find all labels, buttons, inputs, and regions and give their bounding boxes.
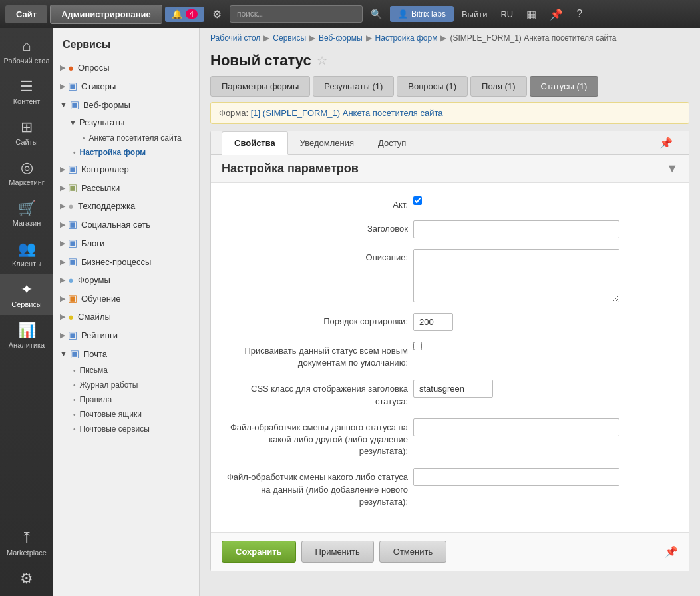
breadcrumb-desktop[interactable]: Рабочий стол <box>210 33 260 43</box>
tab-results[interactable]: Результаты (1) <box>313 76 394 97</box>
sidebar-item-mail[interactable]: ▼ ▣ Почта <box>53 344 199 363</box>
favorite-star-icon[interactable]: ☆ <box>317 53 327 68</box>
sidebar-item-form-settings[interactable]: • Настройка форм <box>53 145 199 160</box>
analytics-icon: 📊 <box>18 322 36 339</box>
sidebar-item-worklog[interactable]: • Журнал работы <box>53 378 199 392</box>
title-input[interactable] <box>413 220 619 238</box>
sidebar-item-webforms[interactable]: ▼ ▣ Веб-формы <box>53 95 199 114</box>
arrow-icon5: ▶ <box>60 202 65 210</box>
sidebar-item-polls[interactable]: ▶ ● Опросы <box>53 59 199 77</box>
sidebar-item-services[interactable]: ✦ Сервисы <box>0 274 53 315</box>
sidebar-item-mailing[interactable]: ▶ ▣ Рассылки <box>53 178 199 197</box>
pin-icon-top[interactable]: 📌 <box>544 5 568 23</box>
css-class-input[interactable] <box>413 380 493 398</box>
logout-button[interactable]: Выйти <box>456 7 493 22</box>
sort-input[interactable] <box>413 313 453 331</box>
breadcrumb-services[interactable]: Сервисы <box>273 33 306 43</box>
mail-label: Почта <box>83 349 107 359</box>
sidebar-item-mail-services[interactable]: • Почтовые сервисы <box>53 422 199 436</box>
bell-icon: 🔔 <box>172 9 182 19</box>
grid-icon[interactable]: ▦ <box>521 5 542 23</box>
notifications-badge[interactable]: 🔔 4 <box>165 7 204 22</box>
sidebar-item-analytics[interactable]: 📊 Аналитика <box>0 315 53 356</box>
sidebar-label-marketplace: Marketplace <box>7 549 47 557</box>
help-icon[interactable]: ? <box>571 5 588 23</box>
tab-fields[interactable]: Поля (1) <box>470 76 526 97</box>
sidebar-item-ratings[interactable]: ▶ ▣ Рейтинги <box>53 326 199 344</box>
act-checkbox[interactable] <box>413 196 422 205</box>
sidebar-item-learning[interactable]: ▶ ▣ Обучение <box>53 289 199 308</box>
description-textarea[interactable] <box>413 249 619 302</box>
sidebar-item-controller[interactable]: ▶ ▣ Контроллер <box>53 160 199 178</box>
results-label: Результаты <box>79 117 124 127</box>
form-row-act: Акт. <box>222 196 678 210</box>
sidebar-item-survey[interactable]: • Анкета посетителя сайта <box>53 131 199 145</box>
dot-icon5: • <box>73 396 76 404</box>
sidebar-item-clients[interactable]: 👥 Клиенты <box>0 234 53 274</box>
sidebar-item-smileys[interactable]: ▶ ● Смайлы <box>53 308 199 326</box>
forums-label: Форумы <box>78 275 110 285</box>
assign-checkbox[interactable] <box>413 342 422 350</box>
admin-button[interactable]: Администрирование <box>50 5 162 24</box>
site-button[interactable]: Сайт <box>5 5 47 23</box>
handler1-input[interactable] <box>413 418 619 436</box>
sidebar-item-marketing[interactable]: ◎ Маркетинг <box>0 152 53 193</box>
sidebar-item-bizproc[interactable]: ▶ ▣ Бизнес-процессы <box>53 252 199 271</box>
sidebar-item-stickers[interactable]: ▶ ▣ Стикеры <box>53 77 199 95</box>
sidebar-item-marketplace[interactable]: ⤒ Marketplace <box>0 523 53 563</box>
arrow-icon12: ▶ <box>60 331 65 340</box>
arrow-icon11: ▶ <box>60 312 65 321</box>
sidebar-item-social[interactable]: ▶ ▣ Социальная сеть <box>53 215 199 234</box>
support-label: Техподдержка <box>78 201 135 211</box>
collapse-icon[interactable]: ▼ <box>666 162 678 176</box>
sidebar-item-letters[interactable]: • Письма <box>53 363 199 378</box>
cancel-button[interactable]: Отменить <box>379 541 446 563</box>
marketing-icon: ◎ <box>21 159 33 176</box>
info-bar: Форма: [1] (SIMPLE_FORM_1) Анкета посети… <box>210 102 689 124</box>
mailing-icon: ▣ <box>68 182 77 194</box>
gear-icon: ⚙ <box>20 570 33 587</box>
sidebar-item-mailboxes[interactable]: • Почтовые ящики <box>53 407 199 422</box>
sidebar-item-forums[interactable]: ▶ ● Форумы <box>53 271 199 289</box>
sub-tab-properties[interactable]: Свойства <box>222 131 288 155</box>
pin-icon-sub[interactable]: 📌 <box>654 131 678 154</box>
rules-label: Правила <box>80 395 112 404</box>
sidebar-item-rules[interactable]: • Правила <box>53 392 199 407</box>
home-icon: ⌂ <box>22 37 31 55</box>
breadcrumb-form-settings[interactable]: Настройка форм <box>375 33 438 43</box>
sidebar-item-support[interactable]: ▶ ● Техподдержка <box>53 197 199 215</box>
lang-button[interactable]: RU <box>495 7 518 22</box>
apply-button[interactable]: Применить <box>301 541 374 563</box>
sidebar-item-shop[interactable]: 🛒 Магазин <box>0 193 53 234</box>
form-row-assign: Присваивать данный статус всем новым док… <box>222 342 678 369</box>
sidebar-item-content[interactable]: ☰ Контент <box>0 71 53 112</box>
handler2-input[interactable] <box>413 468 619 486</box>
act-label: Акт. <box>222 196 408 210</box>
sidebar-item-sites[interactable]: ⊞ Сайты <box>0 112 53 152</box>
sidebar-item-results-parent[interactable]: ▼ Результаты <box>53 114 199 131</box>
tab-form-params[interactable]: Параметры формы <box>210 76 310 97</box>
arrow-down-icon3: ▼ <box>60 350 67 358</box>
tab-questions[interactable]: Вопросы (1) <box>397 76 468 97</box>
tab-statuses[interactable]: Статусы (1) <box>530 76 599 97</box>
letters-label: Письма <box>80 366 108 375</box>
sidebar-item-desktop[interactable]: ⌂ Рабочий стол <box>0 31 53 71</box>
pin-icon-action[interactable]: 📌 <box>665 545 678 558</box>
settings-icon[interactable]: ⚙ <box>207 5 227 23</box>
sub-tab-notifications[interactable]: Уведомления <box>288 132 366 155</box>
breadcrumb-webforms[interactable]: Веб-формы <box>319 33 363 43</box>
arrow-icon: ▶ <box>60 63 65 72</box>
sidebar-item-blogs[interactable]: ▶ ▣ Блоги <box>53 234 199 252</box>
search-input[interactable] <box>230 5 363 23</box>
search-icon[interactable]: 🔍 <box>365 6 387 22</box>
breadcrumb-sep4: ▶ <box>440 33 446 43</box>
user-button[interactable]: 👤 Bitrix labs <box>390 6 454 22</box>
sidebar-label-content: Контент <box>13 97 41 105</box>
form-row-sort: Порядок сортировки: <box>222 313 678 331</box>
sidebar-label-clients: Клиенты <box>12 260 41 268</box>
form-info-link[interactable]: [1] (SIMPLE_FORM_1) Анкета посетителя са… <box>251 108 443 118</box>
save-button[interactable]: Сохранить <box>222 541 296 563</box>
sidebar-item-settings[interactable]: ⚙ <box>0 563 53 596</box>
nav-sidebar-title: Сервисы <box>53 35 199 59</box>
sub-tab-access[interactable]: Доступ <box>366 132 418 155</box>
